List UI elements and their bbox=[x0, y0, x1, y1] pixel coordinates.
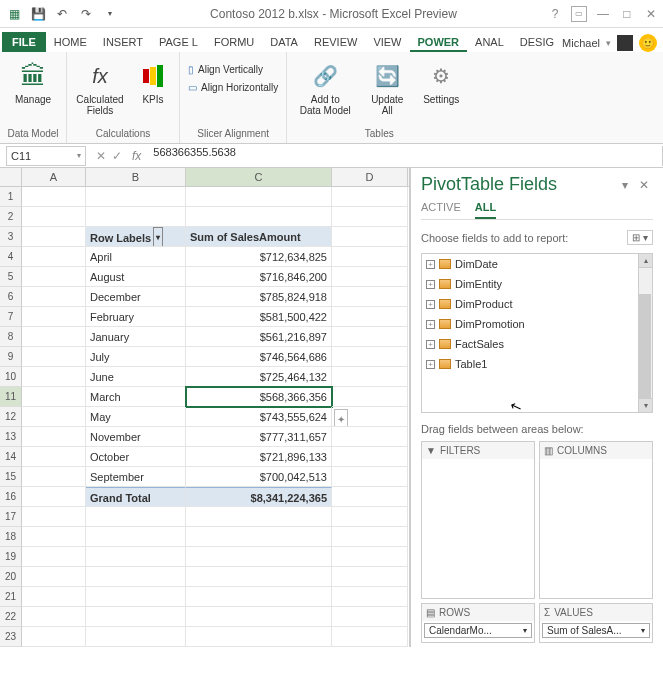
row-header[interactable]: 15 bbox=[0, 467, 22, 487]
pane-options-icon[interactable]: ▾ bbox=[622, 178, 632, 192]
cell[interactable] bbox=[22, 547, 86, 567]
cell[interactable] bbox=[22, 487, 86, 507]
cell[interactable] bbox=[22, 227, 86, 247]
tab-formulas[interactable]: FORMU bbox=[206, 32, 262, 52]
tab-home[interactable]: HOME bbox=[46, 32, 95, 52]
cell[interactable] bbox=[22, 507, 86, 527]
filter-dropdown-icon[interactable]: ▾ bbox=[153, 227, 163, 247]
expand-icon[interactable]: + bbox=[426, 340, 435, 349]
cell[interactable]: $777,311,657 bbox=[186, 427, 332, 447]
cell[interactable] bbox=[332, 287, 408, 307]
cell[interactable] bbox=[186, 567, 332, 587]
cell[interactable]: July bbox=[86, 347, 186, 367]
row-header[interactable]: 21 bbox=[0, 587, 22, 607]
cell[interactable]: January bbox=[86, 327, 186, 347]
account-name[interactable]: Michael bbox=[562, 37, 600, 49]
cell[interactable] bbox=[22, 427, 86, 447]
cell[interactable] bbox=[22, 187, 86, 207]
tab-view[interactable]: VIEW bbox=[365, 32, 409, 52]
pane-close-icon[interactable]: ✕ bbox=[639, 178, 653, 192]
field-item[interactable]: +FactSales bbox=[422, 334, 638, 354]
cell[interactable] bbox=[332, 507, 408, 527]
formula-input[interactable]: 568366355.5638 bbox=[147, 146, 663, 166]
cell[interactable] bbox=[332, 527, 408, 547]
cell[interactable] bbox=[332, 607, 408, 627]
ribbon-options-icon[interactable]: ▭ bbox=[571, 6, 587, 22]
cell[interactable] bbox=[22, 207, 86, 227]
cell[interactable] bbox=[22, 307, 86, 327]
cell[interactable]: $746,564,686 bbox=[186, 347, 332, 367]
cell[interactable] bbox=[332, 367, 408, 387]
cell[interactable] bbox=[22, 267, 86, 287]
cell[interactable]: $568,366,356 bbox=[186, 387, 332, 407]
cell[interactable] bbox=[332, 247, 408, 267]
expand-icon[interactable]: + bbox=[426, 320, 435, 329]
redo-icon[interactable]: ↷ bbox=[76, 4, 96, 24]
area-filters[interactable]: ▼FILTERS bbox=[421, 441, 535, 599]
cell[interactable] bbox=[86, 547, 186, 567]
cell[interactable] bbox=[332, 347, 408, 367]
cell[interactable]: $8,341,224,365 bbox=[186, 487, 332, 507]
settings-button[interactable]: ⚙ Settings bbox=[417, 58, 465, 107]
close-icon[interactable]: ✕ bbox=[643, 6, 659, 22]
cell[interactable]: Row Labels ▾ bbox=[86, 227, 186, 247]
row-header[interactable]: 9 bbox=[0, 347, 22, 367]
cell[interactable] bbox=[186, 207, 332, 227]
tools-dropdown-button[interactable]: ⊞ ▾ bbox=[627, 230, 653, 245]
scroll-thumb[interactable] bbox=[639, 294, 651, 399]
cell[interactable]: $561,216,897 bbox=[186, 327, 332, 347]
col-header-a[interactable]: A bbox=[22, 168, 86, 186]
cell[interactable] bbox=[186, 527, 332, 547]
row-header[interactable]: 1 bbox=[0, 187, 22, 207]
cell[interactable]: September bbox=[86, 467, 186, 487]
cell[interactable] bbox=[332, 627, 408, 647]
cell[interactable] bbox=[332, 567, 408, 587]
cell[interactable]: ✦ bbox=[332, 407, 408, 427]
cell[interactable] bbox=[22, 407, 86, 427]
help-icon[interactable]: ? bbox=[547, 6, 563, 22]
name-box[interactable]: C11 ▾ bbox=[6, 146, 86, 166]
cell[interactable] bbox=[186, 187, 332, 207]
tab-powerpivot[interactable]: POWER bbox=[410, 32, 468, 52]
cell[interactable] bbox=[332, 467, 408, 487]
expand-icon[interactable]: + bbox=[426, 300, 435, 309]
row-header[interactable]: 23 bbox=[0, 627, 22, 647]
manage-button[interactable]: 🏛 Manage bbox=[6, 58, 60, 107]
tab-insert[interactable]: INSERT bbox=[95, 32, 151, 52]
row-header[interactable]: 5 bbox=[0, 267, 22, 287]
cell[interactable] bbox=[22, 627, 86, 647]
row-header[interactable]: 22 bbox=[0, 607, 22, 627]
update-all-button[interactable]: 🔄 Update All bbox=[363, 58, 411, 118]
maximize-icon[interactable]: □ bbox=[619, 6, 635, 22]
field-item[interactable]: +DimPromotion bbox=[422, 314, 638, 334]
cell[interactable]: February bbox=[86, 307, 186, 327]
cell[interactable] bbox=[86, 187, 186, 207]
cell[interactable] bbox=[86, 627, 186, 647]
row-header[interactable]: 3 bbox=[0, 227, 22, 247]
cell[interactable]: October bbox=[86, 447, 186, 467]
cell[interactable]: $725,464,132 bbox=[186, 367, 332, 387]
calculated-fields-button[interactable]: fx Calculated Fields bbox=[73, 58, 127, 118]
cell[interactable] bbox=[186, 627, 332, 647]
excel-icon[interactable]: ▦ bbox=[4, 4, 24, 24]
tab-design[interactable]: DESIG bbox=[512, 32, 562, 52]
pivot-tab-all[interactable]: ALL bbox=[475, 201, 496, 219]
cell[interactable] bbox=[86, 207, 186, 227]
cell[interactable] bbox=[186, 547, 332, 567]
cell[interactable] bbox=[86, 527, 186, 547]
cell[interactable] bbox=[332, 387, 408, 407]
qat-more-icon[interactable]: ▾ bbox=[100, 4, 120, 24]
cell[interactable]: $785,824,918 bbox=[186, 287, 332, 307]
select-all-corner[interactable] bbox=[0, 168, 22, 186]
row-header[interactable]: 13 bbox=[0, 427, 22, 447]
row-header[interactable]: 12 bbox=[0, 407, 22, 427]
row-header[interactable]: 7 bbox=[0, 307, 22, 327]
cell[interactable] bbox=[332, 587, 408, 607]
cell[interactable] bbox=[22, 567, 86, 587]
row-header[interactable]: 2 bbox=[0, 207, 22, 227]
tab-review[interactable]: REVIEW bbox=[306, 32, 365, 52]
row-header[interactable]: 6 bbox=[0, 287, 22, 307]
row-header[interactable]: 18 bbox=[0, 527, 22, 547]
cell[interactable] bbox=[332, 227, 408, 247]
feedback-icon[interactable]: 🙂 bbox=[639, 34, 657, 52]
